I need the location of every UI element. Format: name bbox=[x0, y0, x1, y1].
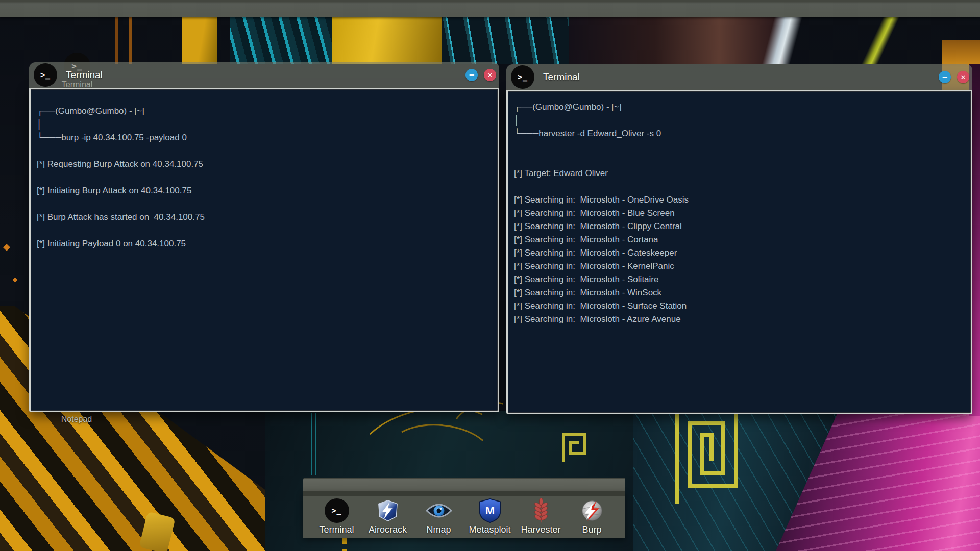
dock-handle[interactable] bbox=[303, 478, 625, 492]
desktop-icon-notepad[interactable]: Notepad bbox=[55, 414, 98, 424]
nmap-icon[interactable] bbox=[426, 498, 452, 523]
window-title: Terminal bbox=[543, 71, 580, 83]
terminal-content[interactable]: ┌──(Gumbo@Gumbo) - [~]│└───burp -ip 40.3… bbox=[29, 88, 499, 412]
terminal-line: [*] Searching in: Microsloth - Blue Scre… bbox=[514, 207, 965, 220]
terminal-line: [*] Searching in: Microsloth - Solitaire bbox=[514, 273, 965, 286]
terminal-line: [*] Searching in: Microsloth - Clippy Ce… bbox=[514, 220, 965, 233]
dock-item-label: Burp bbox=[582, 524, 601, 535]
wallpaper-square-spiral-small bbox=[560, 431, 588, 464]
terminal-line: ┌──(Gumbo@Gumbo) - [~] bbox=[37, 105, 492, 118]
terminal-line bbox=[37, 144, 492, 158]
terminal-line: [*] Requesting Burp Attack on 40.34.100.… bbox=[37, 158, 492, 171]
terminal-content[interactable]: ┌──(Gumbo@Gumbo) - [~]│└───harvester -d … bbox=[506, 90, 972, 414]
wallpaper-accent bbox=[857, 17, 903, 64]
terminal-line: ┌──(Gumbo@Gumbo) - [~] bbox=[514, 101, 965, 114]
dock-item-burp[interactable]: Burp bbox=[567, 496, 618, 535]
terminal-window-left: ┌──(Gumbo@Gumbo) - [~]│└───burp -ip 40.3… bbox=[29, 62, 499, 412]
close-button[interactable]: ✕ bbox=[957, 71, 969, 83]
terminal-line bbox=[37, 224, 492, 237]
terminal-line: └───harvester -d Edward_Oliver -s 0 bbox=[514, 127, 965, 140]
dock-item-label: Metasploit bbox=[469, 524, 510, 535]
close-button[interactable]: ✕ bbox=[484, 69, 496, 81]
dock-item-label: Airocrack bbox=[369, 524, 407, 535]
metasploit-icon[interactable]: M bbox=[479, 498, 501, 523]
titlebar[interactable]: >_ Terminal − ✕ bbox=[29, 62, 499, 88]
wallpaper-accent bbox=[311, 413, 316, 475]
wallpaper-square-spiral bbox=[673, 406, 740, 505]
terminal-line: [*] Searching in: Microsloth - KernelPan… bbox=[514, 260, 965, 273]
terminal-line: [*] Initiating Burp Attack on 40.34.100.… bbox=[37, 184, 492, 197]
dock-item-terminal[interactable]: >_ Terminal bbox=[311, 496, 362, 535]
terminal-line bbox=[37, 171, 492, 184]
wallpaper-accent bbox=[442, 17, 569, 64]
terminal-line bbox=[514, 180, 965, 193]
terminal-line: [*] Searching in: Microsloth - Azure Ave… bbox=[514, 313, 965, 326]
terminal-prompt-glyph: >_ bbox=[331, 506, 341, 515]
terminal-line bbox=[37, 197, 492, 211]
terminal-line bbox=[514, 140, 965, 154]
wallpaper-accent bbox=[569, 17, 783, 64]
dock-item-airocrack[interactable]: Airocrack bbox=[362, 496, 413, 535]
airocrack-icon[interactable] bbox=[376, 498, 400, 523]
harvester-icon[interactable] bbox=[533, 498, 549, 523]
wallpaper-accent bbox=[115, 17, 118, 64]
wallpaper-accent bbox=[182, 17, 217, 64]
terminal-window-right: ┌──(Gumbo@Gumbo) - [~]│└───harvester -d … bbox=[506, 64, 972, 414]
burp-icon[interactable] bbox=[580, 498, 604, 523]
wallpaper-accent bbox=[129, 17, 132, 64]
dock-item-label: Harvester bbox=[521, 524, 560, 535]
svg-text:M: M bbox=[485, 504, 494, 517]
top-panel bbox=[0, 0, 980, 17]
terminal-icon: >_ bbox=[34, 63, 57, 87]
dock-item-metasploit[interactable]: M Metasploit bbox=[464, 496, 516, 535]
terminal-line: [*] Searching in: Microsloth - OneDrive … bbox=[514, 193, 965, 207]
terminal-output[interactable]: ┌──(Gumbo@Gumbo) - [~]│└───burp -ip 40.3… bbox=[31, 89, 498, 266]
wallpaper-accent bbox=[230, 17, 334, 64]
terminal-line: └───burp -ip 40.34.100.75 -payload 0 bbox=[37, 131, 492, 144]
dock-item-label: Nmap bbox=[426, 524, 451, 535]
minimize-button[interactable]: − bbox=[465, 69, 478, 81]
window-title: Terminal bbox=[66, 69, 103, 81]
terminal-output[interactable]: ┌──(Gumbo@Gumbo) - [~]│└───harvester -d … bbox=[508, 91, 971, 341]
titlebar[interactable]: >_ Terminal − ✕ bbox=[506, 64, 972, 90]
dock: >_ Terminal Airocrack bbox=[303, 491, 625, 538]
wallpaper-accent bbox=[761, 17, 804, 64]
minimize-button[interactable]: − bbox=[939, 71, 951, 83]
terminal-line bbox=[514, 154, 965, 167]
desktop-icon-label: Notepad bbox=[61, 415, 92, 424]
terminal-prompt-glyph: >_ bbox=[40, 70, 51, 80]
desktop: >_ Terminal Notepad ┌──(Gumbo@Gumbo) - [… bbox=[0, 0, 980, 551]
terminal-icon: >_ bbox=[511, 65, 534, 89]
dock-item-label: Terminal bbox=[319, 524, 354, 535]
wallpaper-accent bbox=[332, 17, 442, 64]
terminal-line: [*] Initiating Payload 0 on 40.34.100.75 bbox=[37, 237, 492, 251]
terminal-line: [*] Searching in: Microsloth - Cortana bbox=[514, 233, 965, 246]
terminal-line: [*] Burp Attack has started on 40.34.100… bbox=[37, 211, 492, 224]
terminal-line: [*] Searching in: Microsloth - WinSock bbox=[514, 286, 965, 299]
terminal-line: [*] Target: Edward Oliver bbox=[514, 167, 965, 180]
dock-item-nmap[interactable]: Nmap bbox=[413, 496, 464, 535]
terminal-prompt-glyph: >_ bbox=[518, 72, 528, 82]
terminal-line: │ bbox=[37, 118, 492, 131]
dock-item-harvester[interactable]: Harvester bbox=[516, 496, 567, 535]
terminal-line: [*] Searching in: Microsloth - Gateskeep… bbox=[514, 246, 965, 260]
terminal-icon[interactable]: >_ bbox=[325, 498, 349, 523]
terminal-line: [*] Searching in: Microsloth - Surface S… bbox=[514, 299, 965, 313]
terminal-line: │ bbox=[514, 114, 965, 127]
